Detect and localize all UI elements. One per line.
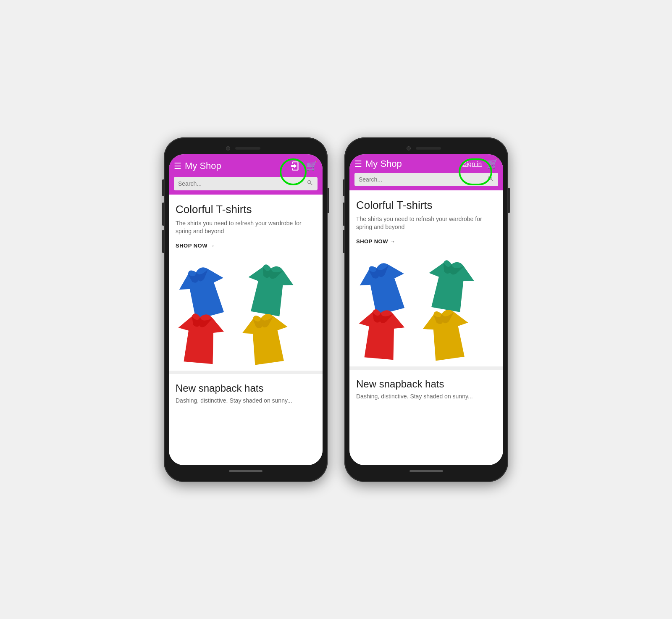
bottom-title-right: New snapback hats — [356, 378, 496, 390]
tshirt-image-left — [169, 253, 323, 371]
bottom-section-right: New snapback hats Dashing, distinctive. … — [349, 370, 503, 409]
phone-bottom-bar-right — [349, 465, 503, 477]
shop-now-right[interactable]: SHOP NOW → — [356, 238, 396, 245]
search-bar-right — [354, 173, 498, 186]
phone-left: ☰ My Shop 🛒 — [164, 137, 328, 482]
toolbar-right: ☰ My Shop Sign in 🛒 — [354, 158, 498, 169]
bottom-section-left: New snapback hats Dashing, distinctive. … — [169, 374, 323, 414]
cart-icon-left[interactable]: 🛒 — [306, 161, 318, 171]
hero-title-left: Colorful T-shirts — [176, 203, 316, 216]
app-header-right: ☰ My Shop Sign in 🛒 — [349, 154, 503, 190]
home-indicator-left — [229, 470, 262, 472]
phone-speaker-right — [416, 147, 441, 150]
phone-camera-left — [226, 146, 230, 150]
app-title-right: My Shop — [365, 158, 457, 169]
search-input-left[interactable] — [178, 180, 304, 187]
search-button-left[interactable] — [307, 179, 313, 188]
app-header-left: ☰ My Shop 🛒 — [169, 154, 323, 195]
hero-section-left: Colorful T-shirts The shirts you need to… — [169, 195, 323, 253]
tshirt-image-right — [349, 249, 503, 366]
phone-device-right: ☰ My Shop Sign in 🛒 Colorful T-shirts Th… — [344, 137, 508, 482]
phone-notch-right — [349, 142, 503, 154]
toolbar-left: ☰ My Shop 🛒 — [174, 158, 318, 174]
phone-notch-left — [169, 142, 323, 154]
phone-device-left: ☰ My Shop 🛒 — [164, 137, 328, 482]
phone-speaker-left — [235, 147, 260, 150]
bottom-title-left: New snapback hats — [176, 382, 316, 394]
signin-icon-button-left[interactable] — [288, 158, 303, 174]
section-divider-right — [349, 366, 503, 370]
bottom-subtitle-left: Dashing, distinctive. Stay shaded on sun… — [176, 397, 316, 405]
hero-section-right: Colorful T-shirts The shirts you need to… — [349, 190, 503, 249]
phone-screen-right: ☰ My Shop Sign in 🛒 Colorful T-shirts Th… — [349, 154, 503, 465]
hero-title-right: Colorful T-shirts — [356, 199, 496, 212]
home-indicator-right — [410, 470, 443, 472]
app-title-left: My Shop — [185, 161, 284, 171]
phone-screen-left: ☰ My Shop 🛒 — [169, 154, 323, 465]
search-button-right[interactable] — [487, 175, 494, 184]
menu-icon-right[interactable]: ☰ — [354, 160, 362, 168]
search-bar-left — [174, 177, 318, 190]
phone-camera-right — [407, 146, 411, 150]
cart-icon-right[interactable]: 🛒 — [487, 158, 498, 169]
bottom-subtitle-right: Dashing, distinctive. Stay shaded on sun… — [356, 392, 496, 401]
hero-subtitle-left: The shirts you need to refresh your ward… — [176, 219, 316, 236]
phone-bottom-bar-left — [169, 465, 323, 477]
hero-subtitle-right: The shirts you need to refresh your ward… — [356, 215, 496, 232]
section-divider-left — [169, 371, 323, 374]
search-input-right[interactable] — [359, 176, 485, 183]
app-content-left: Colorful T-shirts The shirts you need to… — [169, 195, 323, 465]
signin-text-button-right[interactable]: Sign in — [461, 159, 483, 168]
menu-icon-left[interactable]: ☰ — [174, 162, 181, 170]
shop-now-left[interactable]: SHOP NOW → — [176, 242, 215, 249]
app-content-right: Colorful T-shirts The shirts you need to… — [349, 190, 503, 465]
phone-right: ☰ My Shop Sign in 🛒 Colorful T-shirts Th… — [344, 137, 508, 482]
